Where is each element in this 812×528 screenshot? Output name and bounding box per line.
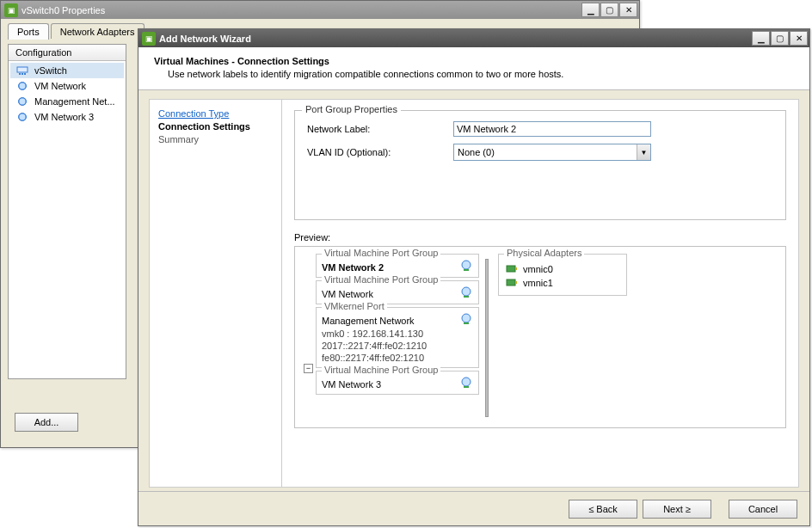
svg-point-10 <box>462 261 471 269</box>
vmk-address: vmk0 : 192.168.141.130 <box>322 328 473 340</box>
svg-rect-20 <box>507 279 515 285</box>
portgroup-icon <box>15 80 29 92</box>
svg-point-14 <box>462 314 471 322</box>
properties-title: vSwitch0 Properties <box>22 5 105 15</box>
properties-minimize-button[interactable]: ▁ <box>581 3 600 17</box>
wizard-minimize-button[interactable]: ▁ <box>752 31 770 46</box>
svg-point-16 <box>462 378 471 386</box>
chevron-down-icon: ▼ <box>637 144 650 160</box>
svg-rect-0 <box>17 67 28 72</box>
back-button[interactable]: ≤ Back <box>569 500 637 519</box>
physical-adapter-row: vmnic0 <box>506 262 619 276</box>
wizard-close-button[interactable]: ✕ <box>790 31 808 46</box>
portgroup-icon <box>15 95 29 107</box>
port-group-legend: Port Group Properties <box>302 104 401 114</box>
vswitch-icon <box>15 64 29 77</box>
config-item-vm-network-3[interactable]: VM Network 3 <box>10 109 124 125</box>
add-network-wizard-window: ▣ Add Network Wizard ▁ ▢ ✕ Virtual Machi… <box>138 28 810 526</box>
globe-icon <box>459 376 473 390</box>
wizard-step-list: Connection Type Connection Settings Summ… <box>149 99 282 488</box>
port-group-properties-box: Port Group Properties Network Label: VLA… <box>294 110 786 220</box>
next-button[interactable]: Next ≥ <box>643 500 711 519</box>
svg-rect-3 <box>24 73 26 75</box>
preview-adapters-column: Physical Adapters vmnic0 <box>498 254 777 421</box>
portgroup-icon <box>15 111 29 123</box>
tab-ports[interactable]: Ports <box>8 23 49 40</box>
svg-rect-15 <box>464 322 469 324</box>
configuration-list: vSwitch VM Network Management Net... <box>9 61 126 126</box>
preview-portgroups-column: Virtual Machine Port Group VM Network 2 … <box>316 254 479 421</box>
config-item-vswitch[interactable]: vSwitch <box>10 63 124 78</box>
nic-icon <box>506 264 518 274</box>
svg-rect-1 <box>19 73 21 75</box>
physical-adapter-row: vmnic1 <box>506 276 619 290</box>
wizard-footer: ≤ Back Next ≥ Cancel <box>138 491 809 525</box>
vmk-address: 2017::2217:4ff:fe02:1210 <box>322 340 473 352</box>
svg-point-12 <box>462 287 471 296</box>
svg-rect-13 <box>464 296 469 298</box>
app-icon: ▣ <box>4 3 18 17</box>
preview-portgroup-vm-network-3: Virtual Machine Port Group VM Network 3 <box>316 371 479 395</box>
cancel-button[interactable]: Cancel <box>729 500 797 519</box>
preview-area: − Virtual Machine Port Group VM Network … <box>294 246 786 428</box>
preview-spine <box>483 259 491 417</box>
wizard-maximize-button[interactable]: ▢ <box>771 31 789 46</box>
physical-adapters-box: Physical Adapters vmnic0 <box>498 254 627 296</box>
vlan-id-label: VLAN ID (Optional): <box>307 147 453 157</box>
properties-maximize-button[interactable]: ▢ <box>600 3 618 17</box>
add-button[interactable]: Add... <box>15 413 78 432</box>
wizard-content: Port Group Properties Network Label: VLA… <box>282 99 799 488</box>
svg-rect-11 <box>464 269 469 271</box>
configuration-header: Configuration <box>9 45 126 61</box>
config-item-mgmt-network[interactable]: Management Net... <box>10 94 124 109</box>
svg-rect-17 <box>464 386 469 388</box>
globe-icon <box>459 259 473 273</box>
wizard-page-header: Virtual Machines - Connection Settings U… <box>138 47 809 90</box>
globe-icon <box>459 285 473 299</box>
svg-rect-21 <box>515 281 517 284</box>
config-item-vm-network[interactable]: VM Network <box>10 78 124 94</box>
step-connection-type[interactable]: Connection Type <box>158 108 273 119</box>
vlan-id-select[interactable]: None (0) ▼ <box>453 144 651 161</box>
app-icon: ▣ <box>142 32 156 46</box>
wizard-page-title: Virtual Machines - Connection Settings <box>154 56 794 66</box>
network-label-input[interactable] <box>453 121 651 137</box>
preview-vmkernel-mgmt: VMkernel Port Management Network vmk0 : … <box>316 307 479 368</box>
svg-rect-19 <box>515 267 517 270</box>
step-summary: Summary <box>158 134 273 144</box>
wizard-page-description: Use network labels to identify migration… <box>154 69 794 79</box>
vmk-address: fe80::2217:4ff:fe02:1210 <box>322 352 473 364</box>
wizard-title: Add Network Wizard <box>159 34 251 44</box>
properties-close-button[interactable]: ✕ <box>619 3 637 17</box>
preview-label: Preview: <box>294 232 786 243</box>
configuration-panel: Configuration vSwitch VM Network <box>8 44 126 379</box>
network-label-label: Network Label: <box>307 124 453 134</box>
globe-icon <box>459 312 473 326</box>
svg-rect-18 <box>507 266 515 272</box>
expand-toggle[interactable]: − <box>304 364 313 373</box>
nic-icon <box>506 278 518 288</box>
svg-rect-2 <box>22 73 23 75</box>
step-connection-settings: Connection Settings <box>158 121 273 132</box>
properties-titlebar: ▣ vSwitch0 Properties ▁ ▢ ✕ <box>1 1 639 19</box>
tab-network-adapters[interactable]: Network Adapters <box>51 23 145 40</box>
wizard-titlebar: ▣ Add Network Wizard ▁ ▢ ✕ <box>138 29 809 47</box>
